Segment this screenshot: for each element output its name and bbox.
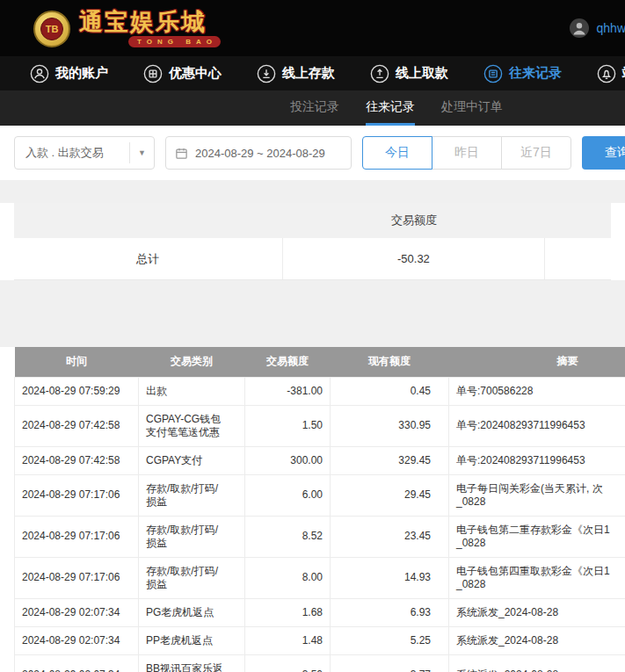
nav-item-label: 往来记录 [509, 65, 562, 82]
table-cell: 5.25 [331, 626, 449, 654]
main-nav: 我的账户优惠中心线上存款线上取款往来记录站内信息 [0, 56, 625, 90]
transaction-type-select[interactable]: 入款 . 出款交易 ▼ [14, 136, 155, 170]
search-button[interactable]: 查询 [582, 136, 625, 170]
nav-item-label: 线上存款 [282, 65, 335, 82]
brand-badge: TONG BAO [128, 36, 221, 47]
table-cell: BB视讯百家乐返 点 [139, 654, 245, 672]
table-cell: 3.77 [331, 654, 449, 672]
subnav-tab-3[interactable]: 处理中订单 [441, 90, 503, 126]
table-row: 2024-08-29 07:17:06存款/取款/打码/ 损益8.5223.45… [15, 516, 625, 557]
nav-item-label: 我的账户 [55, 65, 108, 82]
promo-icon [143, 64, 163, 83]
nav-item-bell[interactable]: 站内信息 [597, 64, 625, 83]
table-row: 2024-08-29 02:07:34BB视讯百家乐返 点3.503.77系统派… [15, 654, 625, 672]
bell-icon [597, 64, 616, 83]
table-cell: 存款/取款/打码/ 损益 [139, 557, 245, 598]
summary-total-label: 总计 [14, 238, 283, 279]
table-cell: 2024-08-29 07:42:58 [15, 446, 139, 474]
table-cell: 6.93 [331, 598, 449, 626]
table-cell: PG老虎机返点 [139, 598, 245, 626]
logo-icon: TB [33, 11, 70, 47]
summary-empty-cell [545, 238, 611, 279]
table-cell: 系统派发_2024-08-28 [449, 598, 625, 626]
table-cell: 2024-08-29 07:59:29 [15, 377, 139, 405]
user-area: qhhwz [569, 0, 625, 56]
table-row: 2024-08-29 07:17:06存款/取款/打码/ 损益6.0029.45… [15, 474, 625, 516]
table-cell: 系统派发_2024-08-28 [449, 654, 625, 672]
username[interactable]: qhhwz [597, 21, 625, 35]
summary-header-row: 交易额度 [14, 203, 611, 238]
brand-text: 通宝娱乐城 TONG BAO [79, 9, 221, 47]
table-cell: 8.00 [245, 557, 331, 598]
chevron-down-icon: ▼ [129, 142, 154, 163]
nav-item-records[interactable]: 往来记录 [483, 64, 562, 83]
nav-item-withdraw[interactable]: 线上取款 [370, 64, 448, 83]
summary-header-label: 交易额度 [283, 203, 546, 238]
table-cell: 329.45 [331, 446, 449, 474]
table-cell: 存款/取款/打码/ 损益 [139, 474, 245, 516]
column-header: 时间 [15, 347, 139, 377]
date-range-picker[interactable]: 2024-08-29 ~ 2024-08-29 [165, 136, 352, 170]
summary-total-value: -50.32 [283, 238, 546, 279]
summary-header-spacer [545, 203, 611, 238]
table-cell: 系统派发_2024-08-28 [449, 626, 625, 654]
deposit-icon [257, 64, 276, 83]
subnav-tab-1[interactable]: 投注记录 [290, 90, 339, 126]
table-cell: 2024-08-29 07:17:06 [15, 474, 139, 516]
records-icon [483, 64, 503, 83]
table-cell: 1.48 [245, 626, 331, 654]
table-cell: 330.95 [331, 405, 449, 446]
date-range-value: 2024-08-29 ~ 2024-08-29 [195, 147, 325, 160]
logo-monogram: TB [40, 18, 63, 40]
nav-item-deposit[interactable]: 线上存款 [257, 64, 335, 83]
user-avatar-icon[interactable] [569, 18, 590, 39]
filter-bar: 入款 . 出款交易 ▼ 2024-08-29 ~ 2024-08-29 今日昨日… [0, 126, 625, 180]
table-cell: 单号:202408293711996453 [449, 405, 625, 446]
table-cell: 单号:700586228 [449, 377, 625, 405]
table-row: 2024-08-29 07:17:06存款/取款/打码/ 损益8.0014.93… [15, 557, 625, 598]
records-table-wrap: 时间交易类别交易额度现有额度摘要 2024-08-29 07:59:29出款-3… [0, 347, 625, 672]
table-cell: 电子钱包第二重存款彩金《次日1 _0828 [449, 516, 625, 557]
table-cell: -381.00 [245, 377, 331, 405]
table-cell: 2024-08-29 02:07:34 [15, 654, 139, 672]
table-cell: 8.52 [245, 516, 331, 557]
table-row: 2024-08-29 07:42:58CGPAY-CG钱包 支付笔笔送优惠1.5… [15, 405, 625, 446]
account-icon [30, 64, 49, 83]
table-cell: 电子每日闯关彩金(当天累计, 次 _0828 [449, 474, 625, 516]
calendar-icon [175, 147, 188, 160]
table-cell: 3.50 [245, 654, 331, 672]
table-cell: 0.45 [331, 377, 449, 405]
quick-range-buttons: 今日昨日近7日 [362, 136, 571, 170]
records-table: 时间交易类别交易额度现有额度摘要 2024-08-29 07:59:29出款-3… [14, 347, 625, 672]
table-cell: 29.45 [331, 474, 449, 516]
section-divider [0, 280, 625, 347]
table-cell: 1.68 [245, 598, 331, 626]
table-cell: CGPAY-CG钱包 支付笔笔送优惠 [139, 405, 245, 446]
quick-range-button-2[interactable]: 昨日 [432, 136, 502, 170]
table-cell: CGPAY支付 [139, 446, 245, 474]
table-cell: 2024-08-29 07:42:58 [15, 405, 139, 446]
sub-nav: 投注记录往来记录处理中订单 [0, 90, 625, 126]
table-cell: 23.45 [331, 516, 449, 557]
nav-item-promo[interactable]: 优惠中心 [143, 64, 222, 83]
nav-item-label: 线上取款 [396, 65, 448, 82]
column-header: 交易额度 [245, 347, 331, 377]
table-row: 2024-08-29 02:07:34PG老虎机返点1.686.93系统派发_2… [15, 598, 625, 626]
nav-item-account[interactable]: 我的账户 [30, 64, 108, 83]
quick-range-button-1[interactable]: 今日 [362, 136, 432, 170]
transaction-type-value: 入款 . 出款交易 [25, 145, 104, 161]
screen: TB 通宝娱乐城 TONG BAO qhhwz 我的账户优惠中心线上存款线上取款… [0, 0, 625, 672]
table-row: 2024-08-29 02:07:34PP老虎机返点1.485.25系统派发_2… [15, 626, 625, 654]
table-body: 2024-08-29 07:59:29出款-381.000.45单号:70058… [15, 377, 625, 672]
quick-range-button-3[interactable]: 近7日 [501, 136, 571, 170]
table-cell: 2024-08-29 07:17:06 [15, 557, 139, 598]
table-header-row: 时间交易类别交易额度现有额度摘要 [15, 347, 625, 377]
column-header: 现有额度 [331, 347, 449, 377]
subnav-tab-2[interactable]: 往来记录 [366, 90, 415, 126]
table-cell: 存款/取款/打码/ 损益 [139, 516, 245, 557]
nav-item-label: 优惠中心 [169, 65, 222, 82]
table-cell: 2024-08-29 07:17:06 [15, 516, 139, 557]
table-cell: 1.50 [245, 405, 331, 446]
brand-logo[interactable]: TB 通宝娱乐城 TONG BAO [33, 9, 221, 47]
table-cell: 出款 [139, 377, 245, 405]
